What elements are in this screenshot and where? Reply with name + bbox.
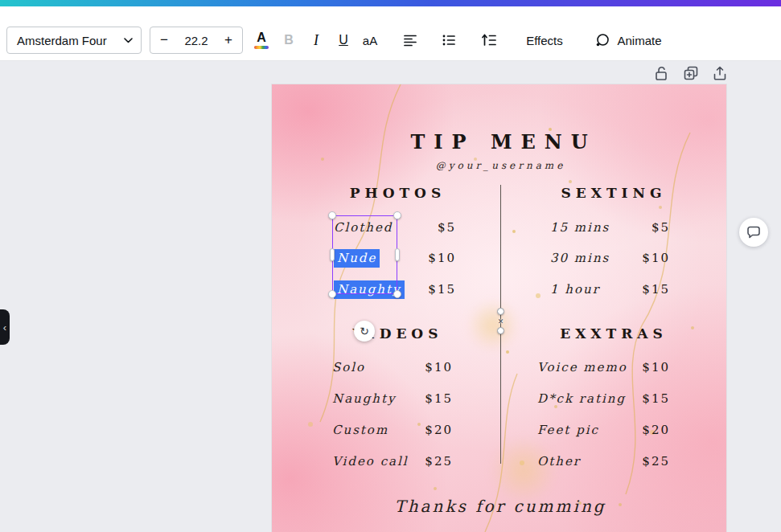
item-label: Video call: [332, 454, 409, 469]
design-footer[interactable]: Thanks for cumming: [272, 497, 726, 516]
item-price: $15: [428, 282, 456, 297]
item-price: $15: [642, 282, 670, 297]
item-price: $10: [642, 360, 670, 374]
item-label: 30 mins: [550, 251, 610, 265]
design-username[interactable]: @your_username: [272, 160, 726, 171]
menu-item-row[interactable]: Feet pic $20: [537, 420, 670, 440]
resize-handle-west[interactable]: [330, 248, 335, 261]
animate-label: Animate: [617, 34, 661, 47]
item-price: $10: [425, 360, 453, 374]
menu-item-row[interactable]: D*ck rating $15: [537, 389, 670, 408]
sexting-heading[interactable]: SEXTING: [544, 185, 679, 201]
font-family-value: Amsterdam Four: [17, 34, 107, 47]
item-price: $15: [425, 391, 453, 406]
text-selection-box[interactable]: [332, 215, 397, 294]
item-price: $10: [428, 251, 456, 265]
item-label: Custom: [332, 423, 388, 437]
text-color-button[interactable]: A: [248, 27, 275, 54]
item-label: 1 hour: [550, 282, 600, 297]
font-size-stepper: − 22.2 +: [150, 27, 243, 54]
bullet-list-icon: [441, 32, 457, 48]
export-up-icon: [711, 64, 729, 82]
comment-bubble-icon: [746, 224, 762, 240]
menu-item-row[interactable]: Custom $20: [332, 420, 453, 440]
item-label: D*ck rating: [537, 391, 626, 406]
menu-item-row[interactable]: Video call $25: [332, 452, 453, 471]
line-handle[interactable]: [497, 327, 504, 334]
chevron-down-icon: [124, 38, 133, 43]
comment-button[interactable]: [739, 218, 768, 247]
menu-item-row[interactable]: 15 mins $5: [550, 218, 670, 237]
rainbow-color-bar-icon: [254, 46, 269, 49]
animate-button[interactable]: Animate: [585, 27, 672, 54]
effects-button[interactable]: Effects: [520, 27, 569, 54]
font-size-decrease-button[interactable]: −: [150, 27, 178, 53]
item-label: Other: [537, 454, 581, 469]
item-label: Solo: [332, 360, 365, 374]
font-family-select[interactable]: Amsterdam Four: [6, 27, 142, 54]
exxtras-heading[interactable]: EXXTRAS: [544, 325, 679, 342]
resize-handle-sw[interactable]: [328, 290, 336, 298]
resize-handle-east[interactable]: [395, 248, 400, 261]
item-price: $20: [425, 423, 453, 437]
copy-plus-icon: [682, 64, 700, 82]
menu-item-row[interactable]: Naughty $15: [332, 389, 453, 408]
text-toolbar: Amsterdam Four − 22.2 + A B I U aA Effec…: [0, 6, 781, 61]
item-label: Naughty: [332, 391, 397, 406]
gold-glow-decoration: [465, 301, 521, 350]
text-align-button[interactable]: [397, 27, 424, 54]
align-left-icon: [402, 32, 418, 48]
sidebar-collapse-tab[interactable]: ‹: [0, 309, 10, 345]
brand-gradient-bar: [0, 0, 781, 6]
resize-handle-ne[interactable]: [393, 211, 401, 219]
item-label: 15 mins: [550, 220, 610, 235]
font-size-increase-button[interactable]: +: [215, 27, 242, 53]
bold-button[interactable]: B: [275, 27, 302, 54]
menu-item-row[interactable]: Other $25: [537, 452, 670, 471]
font-size-value[interactable]: 22.2: [178, 34, 215, 47]
lock-page-button[interactable]: [651, 63, 672, 84]
resize-handle-se[interactable]: [393, 290, 401, 298]
photos-heading[interactable]: PHOTOS: [332, 185, 458, 201]
underline-button[interactable]: U: [330, 27, 357, 54]
canva-editor: Amsterdam Four − 22.2 + A B I U aA Effec…: [0, 0, 781, 532]
menu-item-row[interactable]: 30 mins $10: [550, 248, 670, 268]
line-spacing-icon: [481, 32, 497, 48]
videos-heading[interactable]: VIDEOS: [332, 325, 458, 342]
canvas-area: TIP MENU @your_username PHOTOS SEXTING C…: [0, 61, 781, 532]
item-label: Voice memo: [537, 360, 627, 374]
add-page-share-button[interactable]: [709, 63, 730, 84]
item-price: $25: [425, 454, 453, 469]
item-price: $10: [642, 251, 670, 265]
line-handle[interactable]: [497, 308, 504, 315]
line-move-cross-icon[interactable]: ✕: [496, 317, 505, 326]
menu-item-row[interactable]: Solo $10: [332, 358, 453, 377]
menu-item-row[interactable]: Voice memo $10: [537, 358, 670, 377]
bullet-list-button[interactable]: [435, 27, 462, 54]
item-price: $5: [438, 220, 456, 235]
unlock-icon: [652, 64, 670, 82]
item-price: $15: [642, 391, 670, 406]
menu-item-row[interactable]: 1 hour $15: [550, 280, 670, 299]
resize-handle-nw[interactable]: [328, 211, 336, 219]
gold-speckles-decoration: [272, 84, 273, 86]
animate-icon: [594, 32, 610, 48]
item-price: $5: [652, 220, 670, 235]
duplicate-page-button[interactable]: [680, 63, 701, 84]
rotate-handle[interactable]: ↻: [354, 321, 375, 342]
text-color-glyph: A: [257, 31, 266, 44]
design-page[interactable]: TIP MENU @your_username PHOTOS SEXTING C…: [272, 84, 726, 532]
design-title[interactable]: TIP MENU: [272, 130, 726, 153]
item-price: $20: [642, 423, 670, 437]
text-spacing-button[interactable]: [475, 27, 503, 54]
italic-button[interactable]: I: [302, 27, 330, 54]
text-case-button[interactable]: aA: [356, 27, 384, 54]
item-price: $25: [642, 454, 670, 469]
item-label: Feet pic: [537, 423, 599, 437]
